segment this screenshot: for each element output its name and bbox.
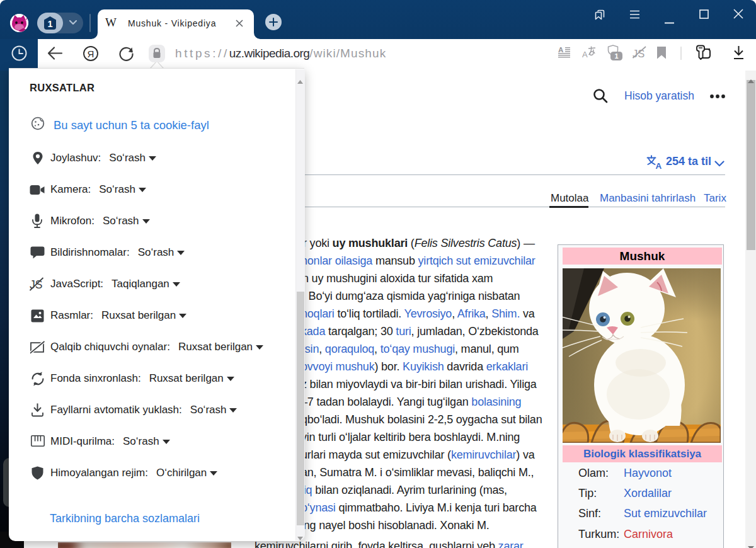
svg-text:A: A xyxy=(582,50,588,59)
svg-text:1: 1 xyxy=(47,19,52,29)
svg-text:A: A xyxy=(656,161,662,169)
svg-text:Я: Я xyxy=(88,48,94,59)
svg-text:1: 1 xyxy=(614,52,618,60)
svg-text:A: A xyxy=(558,47,563,54)
